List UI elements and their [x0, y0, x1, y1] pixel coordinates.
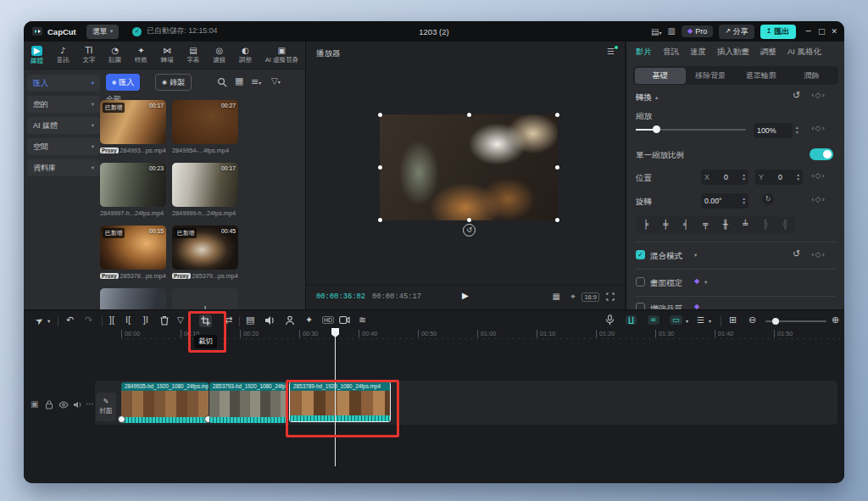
export-button[interactable]: ↥ 匯出: [760, 25, 796, 39]
select-tool-caret-icon[interactable]: ▾: [47, 319, 50, 325]
tab-text[interactable]: TI文字: [83, 47, 96, 64]
focus-icon[interactable]: ⌖: [570, 292, 576, 301]
stabilize-checkbox[interactable]: [636, 277, 645, 287]
media-thumbnail[interactable]: 00:27: [172, 100, 238, 144]
split-icon[interactable]: ][: [108, 316, 115, 325]
align-left-icon[interactable]: ╞: [643, 220, 648, 229]
resize-handle[interactable]: [467, 218, 471, 222]
align-right-icon[interactable]: ╡: [683, 220, 688, 229]
minimize-button[interactable]: −: [805, 27, 812, 36]
menu-button[interactable]: 選單 ▾: [86, 25, 120, 39]
resize-handle[interactable]: [555, 218, 559, 222]
sidebar-item-library[interactable]: 資料庫 ▾: [27, 159, 100, 176]
keyframe-position[interactable]: ‹◇›: [811, 172, 825, 180]
delete-icon[interactable]: [159, 315, 170, 326]
rotation-field[interactable]: 0.00° ▴▾: [701, 193, 748, 209]
blend-mode-checkbox[interactable]: ✓: [636, 250, 645, 259]
filter-button[interactable]: ▽▾: [271, 76, 281, 86]
scale-slider[interactable]: [636, 129, 746, 131]
search-icon[interactable]: [217, 77, 227, 87]
media-thumbnail[interactable]: 00:17: [172, 163, 238, 207]
pro-badge[interactable]: ◆ Pro: [682, 25, 713, 37]
mute-track-icon[interactable]: [73, 400, 82, 409]
keyframe-transform[interactable]: ‹◇›: [811, 92, 825, 99]
track-options-icon[interactable]: ☰: [697, 316, 704, 325]
keyframe-scale[interactable]: ‹◇›: [811, 125, 825, 132]
select-tool-icon[interactable]: ➤: [34, 315, 45, 326]
scale-value-field[interactable]: 100%: [754, 123, 793, 138]
position-x-field[interactable]: X 0 ▴▾: [701, 170, 748, 185]
sidebar-item-import[interactable]: 匯入 ▾: [27, 75, 100, 92]
close-button[interactable]: ✕: [831, 28, 837, 36]
inspector-tab-ai-style[interactable]: AI 風格化: [787, 47, 821, 58]
preview-axis-icon[interactable]: ▭: [670, 315, 682, 325]
resize-handle[interactable]: [378, 218, 382, 222]
add-media-tile[interactable]: +: [172, 288, 238, 309]
snap-magnet-icon[interactable]: ∐: [626, 315, 637, 325]
timeline-zoom-thumb[interactable]: [772, 318, 779, 325]
subtab-basic[interactable]: 基礎: [635, 68, 686, 84]
camera-tracking-icon[interactable]: [339, 315, 350, 325]
mirror-icon[interactable]: ⇄: [225, 315, 232, 325]
media-thumbnail[interactable]: 00:23: [100, 163, 166, 207]
undo-icon[interactable]: ↶: [66, 315, 74, 325]
position-x-stepper[interactable]: ▴▾: [743, 173, 745, 182]
play-button[interactable]: ▶: [462, 292, 469, 300]
lock-track-icon[interactable]: [45, 400, 53, 409]
layout-compact-button[interactable]: ▥: [668, 27, 676, 36]
audio-separate-icon[interactable]: [264, 315, 275, 326]
tab-captions[interactable]: ▤字幕: [187, 47, 200, 64]
subtab-remove-bg[interactable]: 移除背景: [686, 68, 737, 84]
align-top-icon[interactable]: ╤: [703, 220, 708, 229]
resize-handle[interactable]: [555, 113, 559, 117]
hide-track-icon[interactable]: [58, 401, 69, 409]
timeline-zoom-out-icon[interactable]: ⊖: [748, 315, 756, 325]
record-button[interactable]: ◉ 錄製: [155, 74, 192, 91]
preview-axis-caret-icon[interactable]: ▾: [686, 319, 688, 324]
tab-audio[interactable]: ♪音訊: [57, 47, 70, 64]
preview-quality-icon[interactable]: ▦: [553, 292, 560, 301]
reset-transform-icon[interactable]: ↺: [793, 91, 800, 100]
sidebar-item-ai-media[interactable]: AI 媒體 ▾: [27, 117, 100, 134]
split-keep-left-icon[interactable]: I[: [125, 316, 131, 325]
timeline-zoom-in-icon[interactable]: ⊕: [832, 315, 839, 325]
resize-handle[interactable]: [378, 165, 382, 170]
timeline-ruler[interactable]: 00:00 00:10 00:20 00:30 00:40 00:50 01:0…: [24, 330, 844, 341]
tab-ai-avatar[interactable]: ▣AI 虛擬替身: [265, 47, 298, 64]
audio-waveform-icon[interactable]: ≋: [359, 315, 366, 325]
maximize-button[interactable]: □: [818, 28, 826, 36]
sidebar-item-yours[interactable]: 您的 ▾: [27, 96, 100, 113]
link-clips-icon[interactable]: ∞: [648, 315, 659, 325]
crop-icon[interactable]: [199, 315, 212, 327]
video-preview[interactable]: [380, 114, 558, 220]
rotation-stepper[interactable]: ▴▾: [743, 197, 745, 206]
uniform-scale-toggle[interactable]: [810, 148, 833, 160]
inspector-tab-audio[interactable]: 音訊: [663, 47, 679, 58]
subtab-mask-outline[interactable]: 遮罩輪廓: [736, 68, 787, 84]
align-bottom-icon[interactable]: ╧: [743, 220, 748, 229]
position-y-field[interactable]: Y 0 ▴▾: [755, 170, 803, 185]
media-thumbnail[interactable]: [100, 288, 166, 309]
timeline-zoom-slider[interactable]: [765, 320, 826, 322]
split-keep-right-icon[interactable]: ]I: [142, 316, 148, 325]
voiceover-mic-icon[interactable]: [605, 315, 615, 326]
stabilize-caret-icon[interactable]: ▾: [704, 280, 707, 286]
tab-transitions[interactable]: ⋈轉場: [161, 47, 174, 64]
position-y-stepper[interactable]: ▴▾: [797, 173, 799, 182]
rotation-knob[interactable]: ↻: [762, 193, 774, 205]
inspector-tab-adjust[interactable]: 調整: [760, 47, 776, 58]
player-menu-icon[interactable]: ☰: [607, 47, 615, 56]
track-more-icon[interactable]: ⋯: [86, 400, 94, 409]
scale-slider-thumb[interactable]: [653, 125, 660, 133]
media-thumbnail[interactable]: 已新增 00:17: [100, 100, 166, 144]
hd-quality-icon[interactable]: HD: [322, 316, 334, 324]
inspector-tab-speed[interactable]: 速度: [690, 47, 706, 58]
cover-button[interactable]: ✎ 封面: [96, 392, 116, 421]
aspect-ratio-button[interactable]: 16:9: [581, 292, 599, 302]
resize-handle[interactable]: [378, 113, 382, 117]
align-center-h-icon[interactable]: ╪: [663, 220, 668, 229]
rotate-handle[interactable]: ↺: [463, 224, 476, 237]
track-options-caret-icon[interactable]: ▾: [709, 319, 711, 324]
import-button[interactable]: ● 匯入: [106, 74, 140, 91]
inspector-tab-animation[interactable]: 插入動畫: [717, 47, 749, 58]
